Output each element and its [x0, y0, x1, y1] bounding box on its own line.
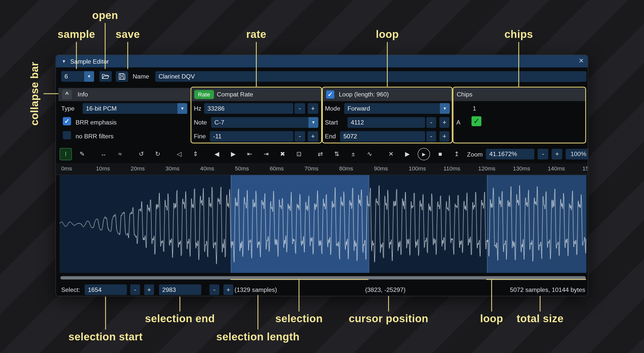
- normalize-icon[interactable]: ⇕: [189, 148, 202, 160]
- waveform-canvas[interactable]: [60, 175, 586, 273]
- fade-in-icon[interactable]: ◀: [211, 148, 223, 160]
- selection-end-minus-button[interactable]: -: [209, 284, 219, 295]
- crossfade-loop-icon[interactable]: ✕: [385, 148, 397, 160]
- delete-icon[interactable]: ✖: [276, 148, 289, 160]
- loop-panel-title: Loop (length: 960): [339, 88, 389, 101]
- loop-start-input[interactable]: 4112: [347, 117, 425, 128]
- annotation-cursor-position: cursor position: [349, 312, 428, 325]
- loop-start-plus-button[interactable]: +: [439, 117, 449, 128]
- select-label: Select:: [61, 284, 80, 295]
- trim-icon[interactable]: ⊡: [293, 148, 305, 160]
- zoom-in-button[interactable]: +: [552, 149, 562, 159]
- loop-enable-checkbox[interactable]: ✓: [326, 90, 334, 99]
- loop-start-label: Start: [325, 117, 338, 128]
- timeline-label: 140ms: [548, 165, 565, 172]
- zoom-input[interactable]: 41.1672%: [486, 149, 534, 159]
- sample-index-value: 6: [65, 71, 68, 82]
- name-input[interactable]: Clarinet DQV: [155, 71, 586, 82]
- loop-end-input[interactable]: 5072: [340, 131, 425, 142]
- loop-mode-dropdown[interactable]: Forward ▼: [344, 103, 450, 114]
- status-row: Select: 1654 - + 2983 - + (1329 samples)…: [56, 284, 588, 296]
- chevron-down-icon: ▼: [308, 117, 318, 128]
- zoom-reset-button[interactable]: 100%: [566, 149, 588, 159]
- hz-input[interactable]: 33286: [204, 103, 293, 114]
- annotation-sample: sample: [58, 28, 95, 41]
- hz-label: Hz: [194, 103, 201, 114]
- sample-index-dropdown[interactable]: 6 ▼: [61, 71, 94, 82]
- type-dropdown[interactable]: 16-bit PCM ▼: [83, 103, 187, 114]
- annotation-loop-bottom: loop: [480, 312, 503, 325]
- collapse-bar-button[interactable]: ^: [62, 90, 72, 99]
- loop-end-minus-button[interactable]: -: [426, 131, 436, 142]
- fade-out-icon[interactable]: ▶: [227, 148, 239, 160]
- annotation-selection-start: selection start: [68, 330, 143, 343]
- selection-end-input[interactable]: 2983: [159, 284, 201, 295]
- selection-start-plus-button[interactable]: +: [144, 284, 154, 295]
- annotation-loop-top-line: [387, 42, 388, 87]
- edit-select-icon[interactable]: I: [60, 148, 72, 160]
- annotation-loop-bracket: [486, 279, 586, 280]
- loop-start-minus-button[interactable]: -: [426, 117, 436, 128]
- timeline-label: 130ms: [513, 165, 530, 172]
- resample-icon[interactable]: ≈: [114, 148, 126, 160]
- reverse-icon[interactable]: ⇄: [314, 148, 327, 160]
- cursor-position-text: (3823, -25297): [365, 284, 406, 295]
- apply-silence-icon[interactable]: ⇥: [260, 148, 272, 160]
- fine-minus-button[interactable]: -: [294, 131, 305, 142]
- stop-icon[interactable]: ■: [434, 148, 446, 160]
- fine-input[interactable]: -11: [210, 131, 293, 142]
- sign-convert-icon[interactable]: ±: [347, 148, 359, 160]
- hz-plus-button[interactable]: +: [308, 103, 318, 114]
- annotation-selection-end-line: [179, 297, 180, 312]
- undo-icon[interactable]: ↺: [135, 148, 147, 160]
- annotation-chips-line: [518, 42, 519, 87]
- total-size-text: 5072 samples, 10144 bytes: [510, 284, 585, 295]
- selection-start-minus-button[interactable]: -: [130, 284, 140, 295]
- selection-start-input[interactable]: 1654: [85, 284, 127, 295]
- loop-panel-header: ✓ Loop (length: 960): [323, 88, 452, 101]
- save-button[interactable]: [116, 71, 128, 82]
- chips-row-label: A: [456, 117, 460, 128]
- chevron-down-icon: ▼: [84, 71, 94, 82]
- annotation-total-size: total size: [517, 312, 564, 325]
- type-value: 16-bit PCM: [86, 103, 117, 114]
- redo-icon[interactable]: ↻: [152, 148, 164, 160]
- chip-a-checkbox[interactable]: ✓: [471, 116, 481, 126]
- brr-emphasis-label: BRR emphasis: [75, 117, 117, 128]
- hz-minus-button[interactable]: -: [294, 103, 305, 114]
- draw-icon[interactable]: ✎: [76, 148, 88, 160]
- filter-icon[interactable]: ∿: [363, 148, 376, 160]
- annotation-collapse-bar: collapse bar: [28, 62, 41, 126]
- annotation-rate-line: [256, 42, 257, 87]
- selection-length-text: (1329 samples): [234, 284, 277, 295]
- chips-panel-header: Chips: [454, 88, 585, 101]
- annotation-loop-bottom-line: [491, 279, 492, 312]
- close-icon[interactable]: ×: [579, 56, 584, 65]
- preview-icon[interactable]: ▶: [401, 148, 414, 160]
- import-icon[interactable]: ↥: [450, 148, 463, 160]
- zoom-controls: Zoom 41.1672% - + 100%: [467, 149, 588, 159]
- timeline-label: 120ms: [478, 165, 495, 172]
- note-dropdown[interactable]: C-7 ▼: [211, 117, 318, 128]
- no-brr-filters-label: no BRR filters: [75, 131, 114, 142]
- info-panel-title: Info: [78, 88, 88, 101]
- insert-silence-icon[interactable]: ⇤: [244, 148, 256, 160]
- annotation-save: save: [116, 28, 140, 41]
- amplify-icon[interactable]: ◁: [173, 148, 185, 160]
- timeline-ruler[interactable]: 0ms10ms20ms30ms40ms50ms60ms70ms80ms90ms1…: [56, 163, 588, 175]
- loop-end-plus-button[interactable]: +: [439, 131, 449, 142]
- zoom-out-button[interactable]: -: [538, 149, 548, 159]
- note-label: Note: [194, 117, 207, 128]
- window-collapse-icon[interactable]: ▼: [62, 59, 66, 64]
- fine-plus-button[interactable]: +: [308, 131, 318, 142]
- timeline-label: 110ms: [443, 165, 460, 172]
- invert-icon[interactable]: ⇅: [331, 148, 343, 160]
- brr-emphasis-checkbox[interactable]: ✓: [63, 117, 71, 125]
- timeline-label: 90ms: [374, 165, 388, 172]
- open-button[interactable]: [99, 71, 112, 82]
- no-brr-filters-checkbox[interactable]: [63, 131, 71, 139]
- resize-icon[interactable]: ↔: [97, 148, 110, 160]
- waveform-display[interactable]: [60, 175, 586, 273]
- selection-end-plus-button[interactable]: +: [223, 284, 233, 295]
- preview-loop-icon[interactable]: ▶: [418, 148, 430, 160]
